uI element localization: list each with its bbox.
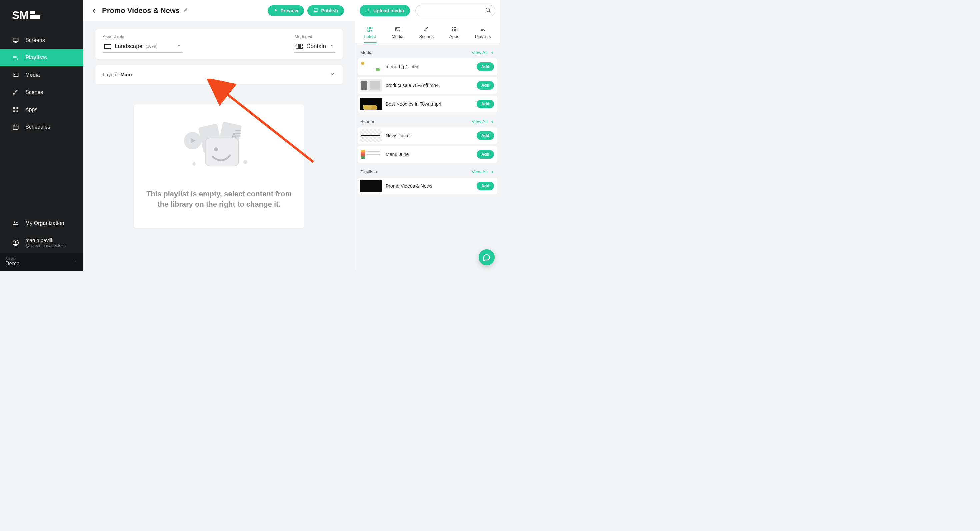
svg-rect-7 bbox=[13, 125, 18, 129]
playlist-icon bbox=[12, 54, 19, 61]
svg-rect-25 bbox=[368, 27, 369, 29]
sidebar-item-scenes[interactable]: Scenes bbox=[0, 84, 83, 101]
aspect-ratio-field: Aspect ratio Landscape (16×9) bbox=[103, 34, 183, 53]
add-button[interactable]: Add bbox=[477, 150, 494, 159]
fit-value: Contain bbox=[306, 43, 326, 50]
item-name: Best Noodles In Town.mp4 bbox=[386, 101, 473, 107]
tab-scenes[interactable]: Scenes bbox=[416, 23, 437, 43]
view-all-media[interactable]: View All bbox=[472, 50, 495, 55]
svg-rect-35 bbox=[455, 29, 457, 30]
tab-apps[interactable]: Apps bbox=[446, 23, 463, 43]
add-button[interactable]: Add bbox=[477, 81, 494, 90]
main: Promo Videos & News Preview Publish bbox=[83, 0, 355, 271]
svg-rect-6 bbox=[17, 111, 18, 112]
view-all-playlists[interactable]: View All bbox=[472, 169, 495, 174]
section-title: Scenes bbox=[360, 119, 375, 124]
landscape-icon bbox=[104, 45, 111, 49]
chevron-down-icon bbox=[329, 43, 334, 49]
svg-point-17 bbox=[192, 163, 196, 166]
svg-rect-0 bbox=[13, 38, 18, 41]
sidebar-item-organization[interactable]: My Organization bbox=[0, 215, 83, 232]
sidebar-item-schedules[interactable]: Schedules bbox=[0, 118, 83, 136]
media-fit-dropdown[interactable]: Contain bbox=[294, 41, 335, 53]
sidebar-item-label: Apps bbox=[25, 107, 37, 113]
monitor-icon bbox=[12, 37, 19, 44]
play-icon bbox=[274, 8, 278, 13]
tab-latest[interactable]: Latest bbox=[361, 23, 379, 43]
layout-name: Main bbox=[120, 72, 132, 77]
cast-icon bbox=[313, 8, 318, 14]
tab-media[interactable]: Media bbox=[388, 23, 407, 43]
sidebar-item-media[interactable]: Media bbox=[0, 66, 83, 84]
brush-icon bbox=[423, 26, 430, 33]
item-name: Menu June bbox=[386, 152, 473, 157]
view-all-scenes[interactable]: View All bbox=[472, 119, 495, 124]
item-name: product sale 70% off.mp4 bbox=[386, 83, 473, 88]
add-button[interactable]: Add bbox=[477, 182, 494, 190]
thumbnail bbox=[360, 180, 382, 193]
add-button[interactable]: Add bbox=[477, 62, 494, 71]
sidebar-item-label: Playlists bbox=[25, 55, 47, 61]
search-input[interactable] bbox=[421, 8, 485, 13]
chevron-down-icon bbox=[73, 259, 77, 265]
media-fit-field: Media Fit Contain bbox=[294, 34, 335, 53]
svg-rect-27 bbox=[368, 30, 369, 32]
svg-point-29 bbox=[396, 28, 397, 29]
item-name: menu-bg-1.jpeg bbox=[386, 64, 473, 69]
svg-point-11 bbox=[15, 241, 17, 243]
grid-plus-icon bbox=[367, 26, 373, 33]
aspect-ratio-dropdown[interactable]: Landscape (16×9) bbox=[103, 41, 183, 53]
add-button[interactable]: Add bbox=[477, 100, 494, 108]
sidebar-item-playlists[interactable]: Playlists bbox=[0, 49, 83, 66]
svg-rect-26 bbox=[371, 27, 372, 29]
svg-rect-38 bbox=[455, 30, 457, 31]
svg-rect-33 bbox=[452, 29, 453, 30]
svg-rect-32 bbox=[455, 27, 457, 28]
library-item: Promo Videos & News Add bbox=[358, 178, 497, 195]
item-name: Promo Videos & News bbox=[386, 183, 473, 189]
library-item: News Ticker Add bbox=[358, 128, 497, 144]
svg-rect-5 bbox=[13, 111, 15, 112]
library-tabs: Latest Media Scenes Apps Playlists bbox=[355, 21, 500, 43]
brand-logo: SM bbox=[0, 0, 83, 32]
app-root: SM Screens Playlists Media bbox=[0, 0, 500, 271]
empty-playlist-card: A This playlist is empty, select content… bbox=[134, 104, 304, 228]
svg-point-8 bbox=[14, 222, 15, 223]
tab-playlists[interactable]: Playlists bbox=[472, 23, 494, 43]
publish-button[interactable]: Publish bbox=[307, 5, 344, 16]
aspect-label: Aspect ratio bbox=[103, 34, 183, 39]
sidebar-item-screens[interactable]: Screens bbox=[0, 32, 83, 49]
space-selector[interactable]: Space Demo bbox=[0, 254, 83, 271]
user-name: martin.pavlik bbox=[25, 238, 66, 244]
section-media: Media View All menu-bg-1.jpeg Add produc… bbox=[355, 50, 500, 112]
aspect-meta: (16×9) bbox=[146, 44, 158, 49]
content: Aspect ratio Landscape (16×9) Media Fit bbox=[83, 21, 355, 271]
svg-point-24 bbox=[486, 8, 490, 12]
item-name: News Ticker bbox=[386, 133, 473, 139]
svg-rect-36 bbox=[452, 30, 453, 31]
space-label: Space bbox=[5, 257, 78, 261]
upload-media-button[interactable]: Upload media bbox=[360, 5, 410, 16]
apps-grid-icon bbox=[451, 26, 457, 33]
apps-grid-icon bbox=[12, 107, 19, 113]
sidebar: SM Screens Playlists Media bbox=[0, 0, 83, 271]
preview-button[interactable]: Preview bbox=[268, 5, 304, 16]
layout-card[interactable]: Layout: Main bbox=[95, 65, 343, 85]
sidebar-item-label: Schedules bbox=[25, 124, 50, 130]
thumbnail bbox=[360, 79, 382, 92]
layout-prefix: Layout: bbox=[103, 72, 120, 77]
section-title: Media bbox=[360, 50, 373, 55]
chat-widget-button[interactable] bbox=[479, 249, 495, 266]
add-button[interactable]: Add bbox=[477, 131, 494, 140]
back-button[interactable] bbox=[88, 4, 101, 18]
sidebar-item-apps[interactable]: Apps bbox=[0, 101, 83, 118]
empty-text: This playlist is empty, select content f… bbox=[145, 189, 293, 210]
edit-title-button[interactable] bbox=[183, 7, 188, 14]
library-body: Media View All menu-bg-1.jpeg Add produc… bbox=[355, 43, 500, 271]
sidebar-item-label: Screens bbox=[25, 37, 45, 43]
thumbnail bbox=[360, 61, 382, 73]
sidebar-item-user[interactable]: martin.pavlik @screenmanager.tech bbox=[0, 232, 83, 254]
library-panel: Upload media Latest Media Scenes bbox=[355, 0, 500, 271]
library-toolbar: Upload media bbox=[355, 0, 500, 21]
section-playlists: Playlists View All Promo Videos & News A… bbox=[355, 169, 500, 195]
